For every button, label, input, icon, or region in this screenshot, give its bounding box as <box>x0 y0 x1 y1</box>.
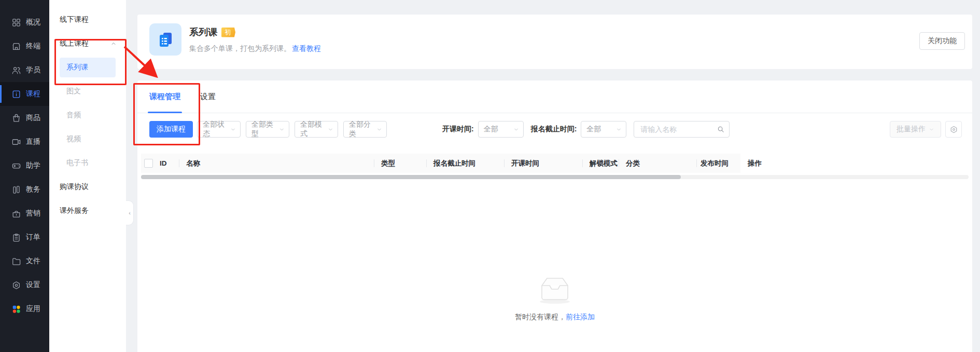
sidebar-item[interactable]: 课程 <box>0 82 49 106</box>
close-feature-button[interactable]: 关闭功能 <box>919 32 965 50</box>
dashboard-icon <box>11 17 21 28</box>
sidebar-item[interactable]: 终端 <box>0 34 49 58</box>
goto-add-link[interactable]: 前往添加 <box>566 313 595 321</box>
filter-select[interactable]: 全部类型 <box>246 121 289 138</box>
sidebar-item-label: 课程 <box>26 89 40 99</box>
sidebar-item-label: 直播 <box>26 137 40 146</box>
select-all-checkbox[interactable] <box>144 159 153 168</box>
add-course-button[interactable]: 添加课程 <box>149 121 193 138</box>
tab[interactable]: 课程管理 <box>149 80 180 113</box>
chevron-down-icon <box>513 127 519 132</box>
toolbar-right: 批量操作 <box>890 121 962 138</box>
students-icon <box>11 65 21 75</box>
sidebar-item[interactable]: 概况 <box>0 10 49 34</box>
sidebar-item[interactable]: 助学 <box>0 154 49 178</box>
submenu-item[interactable]: 线下课程 <box>49 8 126 32</box>
chevron-down-icon <box>230 127 236 132</box>
submenu-item[interactable]: 课外服务 <box>49 199 126 223</box>
column-header[interactable]: 解锁模式 <box>582 154 619 173</box>
submenu-item-label: 线下课程 <box>60 15 89 24</box>
sidebar-item[interactable]: 应用 <box>0 297 49 321</box>
sidebar-item-label: 终端 <box>26 42 40 51</box>
empty-state: 暂时没有课程，前往添加 <box>137 275 972 322</box>
chevron-down-icon <box>328 127 333 132</box>
chevron-down-icon <box>616 127 622 132</box>
collapse-panel-handle[interactable]: ‹ <box>126 200 134 225</box>
sidebar-item[interactable]: 教务 <box>0 178 49 201</box>
filter-select[interactable]: 全部分类 <box>343 121 387 138</box>
tutorial-link[interactable]: 查看教程 <box>292 44 321 52</box>
submenu-item-label: 购课协议 <box>60 182 89 192</box>
app-window: 概况 终端 学员 课程 商品 直播 <box>0 0 980 352</box>
sidebar-item[interactable]: 直播 <box>0 130 49 154</box>
submenu-item[interactable]: 电子书 <box>49 151 126 175</box>
sidebar-item-label: 学员 <box>26 65 40 75</box>
page-subtitle: 集合多个单课，打包为系列课。查看教程 <box>189 44 321 53</box>
page-title: 系列课 <box>189 26 217 38</box>
submenu-item[interactable]: 系列课 <box>60 58 116 77</box>
column-header[interactable]: 开课时间 <box>504 154 582 173</box>
terminal-icon <box>11 41 21 51</box>
horizontal-scrollbar <box>141 175 969 179</box>
sidebar-item-label: 设置 <box>26 280 40 290</box>
column-header[interactable]: 类型 <box>374 154 426 173</box>
submenu-item[interactable]: 音频 <box>49 103 126 127</box>
submenu-item-label: 课外服务 <box>60 206 89 215</box>
chevron-down-icon <box>279 127 285 132</box>
open-time-select[interactable]: 全部 <box>478 121 524 138</box>
submenu-item-label: 线上课程 <box>60 39 89 48</box>
submenu-item-label: 系列课 <box>66 63 88 72</box>
goods-icon <box>11 113 21 123</box>
deadline-select[interactable]: 全部 <box>581 121 626 138</box>
files-icon <box>11 256 21 266</box>
sidebar-item-label: 概况 <box>26 18 40 27</box>
submenu-item[interactable]: 视频 <box>49 127 126 151</box>
settings-icon <box>11 280 21 290</box>
filter-select[interactable]: 全部模式 <box>295 121 338 138</box>
tab[interactable]: 设置 <box>200 80 216 113</box>
column-header[interactable]: ID <box>156 154 179 173</box>
sidebar-item-label: 商品 <box>26 113 40 123</box>
beginner-badge: 初 <box>221 28 235 37</box>
filter-select[interactable]: 全部状态 <box>197 121 241 138</box>
feature-header-card: 系列课 初 集合多个单课，打包为系列课。查看教程 关闭功能 <box>137 15 972 69</box>
academic-icon <box>11 184 21 195</box>
chevron-up-icon <box>110 40 117 47</box>
series-course-icon <box>149 23 181 56</box>
filter-selects: 全部状态 全部类型 全部模式 全部分类 <box>193 121 387 138</box>
sidebar-item-label: 文件 <box>26 256 40 266</box>
submenu-item[interactable]: 购课协议 <box>49 175 126 199</box>
submenu-item[interactable]: 图文 <box>49 79 126 103</box>
sidebar-item[interactable]: 营销 <box>0 201 49 225</box>
tab-bar: 课程管理 设置 <box>137 80 972 113</box>
sidebar-item[interactable]: 文件 <box>0 249 49 273</box>
apps-icon <box>11 304 21 314</box>
sidebar-item[interactable]: 学员 <box>0 58 49 82</box>
study-aid-icon <box>11 160 21 171</box>
column-header[interactable]: 发布时间 <box>696 154 740 173</box>
chevron-down-icon <box>929 127 934 132</box>
open-time-label: 开课时间: <box>442 125 474 134</box>
column-header[interactable]: 名称 <box>179 154 374 173</box>
column-header[interactable]: 报名截止时间 <box>426 154 504 173</box>
column-header[interactable]: 操作 <box>740 154 969 173</box>
sidebar-item-label: 营销 <box>26 209 40 218</box>
sidebar-item[interactable]: 订单 <box>0 225 49 249</box>
empty-text: 暂时没有课程， <box>515 313 566 321</box>
sidebar-item[interactable]: 商品 <box>0 106 49 130</box>
batch-actions-button[interactable]: 批量操作 <box>890 121 941 138</box>
submenu-item[interactable]: 线上课程 <box>49 32 126 56</box>
deadline-label: 报名截止时间: <box>531 125 577 134</box>
submenu-item-label: 图文 <box>66 87 81 96</box>
column-header[interactable]: 分类 <box>619 154 696 173</box>
course-management-card: 课程管理 设置 添加课程 全部状态 全部类型 <box>137 80 972 352</box>
column-settings-button[interactable] <box>945 121 962 138</box>
orders-icon <box>11 232 21 242</box>
sidebar-item-label: 助学 <box>26 161 40 170</box>
search-icon[interactable] <box>717 126 724 133</box>
scrollbar-thumb[interactable] <box>141 175 681 179</box>
search-input[interactable] <box>639 125 717 134</box>
chevron-down-icon <box>376 127 382 132</box>
sidebar-item-label: 应用 <box>26 304 40 314</box>
sidebar-item[interactable]: 设置 <box>0 273 49 297</box>
